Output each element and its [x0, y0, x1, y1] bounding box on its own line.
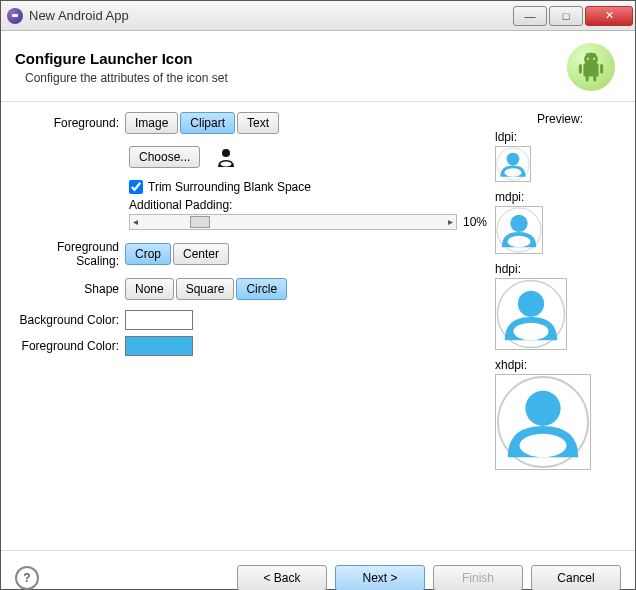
fgcolor-label: Foreground Color:: [11, 339, 125, 353]
slider-thumb[interactable]: [190, 216, 210, 228]
svg-point-17: [508, 236, 531, 248]
padding-label: Additional Padding:: [129, 198, 487, 212]
svg-point-19: [518, 291, 544, 317]
window-title: New Android App: [29, 8, 513, 23]
preview-title: Preview:: [495, 112, 625, 126]
bgcolor-well[interactable]: [125, 310, 193, 330]
svg-point-10: [222, 149, 230, 157]
titlebar[interactable]: New Android App — □ ✕: [1, 1, 635, 31]
close-button[interactable]: ✕: [585, 6, 633, 26]
page-subtitle: Configure the attributes of the icon set: [25, 71, 228, 85]
padding-slider[interactable]: ◂ ▸: [129, 214, 457, 230]
page-title: Configure Launcher Icon: [15, 50, 228, 67]
minimize-button[interactable]: —: [513, 6, 547, 26]
content-area: Foreground: Image Clipart Text Choose...…: [1, 102, 635, 550]
padding-slider-row: ◂ ▸ 10%: [129, 214, 487, 230]
svg-rect-2: [579, 64, 582, 74]
svg-point-11: [220, 162, 231, 167]
preview-column: Preview: ldpi: mdpi: hdpi: xhdpi: [495, 112, 625, 550]
fgcolor-well[interactable]: [125, 336, 193, 356]
hdpi-label: hdpi:: [495, 262, 625, 276]
choose-button[interactable]: Choose...: [129, 146, 200, 168]
slider-right-arrow[interactable]: ▸: [445, 216, 456, 227]
mdpi-preview: [495, 206, 543, 254]
dialog-header: Configure Launcher Icon Configure the at…: [1, 31, 635, 101]
foreground-clipart-button[interactable]: Clipart: [180, 112, 235, 134]
dialog-window: New Android App — □ ✕ Configure Launcher…: [0, 0, 636, 590]
svg-rect-5: [593, 75, 596, 81]
svg-point-16: [510, 215, 527, 232]
svg-point-14: [505, 168, 522, 177]
svg-point-23: [520, 434, 567, 458]
xhdpi-preview: [495, 374, 591, 470]
svg-point-1: [584, 53, 598, 67]
svg-point-20: [514, 323, 549, 341]
trim-checkbox[interactable]: [129, 180, 143, 194]
scaling-crop-button[interactable]: Crop: [125, 243, 171, 265]
ldpi-preview: [495, 146, 531, 182]
hdpi-preview: [495, 278, 567, 350]
svg-point-9: [593, 58, 595, 60]
svg-point-8: [587, 58, 589, 60]
scaling-label: Foreground Scaling:: [11, 240, 125, 268]
padding-value: 10%: [463, 215, 487, 229]
foreground-image-button[interactable]: Image: [125, 112, 178, 134]
clipart-preview-icon: [214, 146, 238, 170]
foreground-segment: Image Clipart Text: [125, 112, 281, 134]
mdpi-label: mdpi:: [495, 190, 625, 204]
shape-label: Shape: [11, 282, 125, 296]
dialog-footer: ? < Back Next > Finish Cancel: [1, 550, 635, 590]
shape-circle-button[interactable]: Circle: [236, 278, 287, 300]
scaling-center-button[interactable]: Center: [173, 243, 229, 265]
maximize-button[interactable]: □: [549, 6, 583, 26]
form-column: Foreground: Image Clipart Text Choose...…: [11, 112, 495, 550]
svg-rect-3: [600, 64, 603, 74]
ldpi-label: ldpi:: [495, 130, 625, 144]
svg-point-13: [507, 153, 520, 166]
window-controls: — □ ✕: [513, 6, 633, 26]
foreground-label: Foreground:: [11, 116, 125, 130]
xhdpi-label: xhdpi:: [495, 358, 625, 372]
trim-label: Trim Surrounding Blank Space: [148, 180, 311, 194]
svg-point-22: [525, 391, 560, 426]
android-icon: [567, 43, 615, 91]
shape-square-button[interactable]: Square: [176, 278, 235, 300]
next-button[interactable]: Next >: [335, 565, 425, 591]
help-button[interactable]: ?: [15, 566, 39, 590]
shape-none-button[interactable]: None: [125, 278, 174, 300]
foreground-text-button[interactable]: Text: [237, 112, 279, 134]
app-icon: [7, 8, 23, 24]
cancel-button[interactable]: Cancel: [531, 565, 621, 591]
svg-rect-4: [586, 75, 589, 81]
finish-button: Finish: [433, 565, 523, 591]
bgcolor-label: Background Color:: [11, 313, 125, 327]
trim-checkbox-row[interactable]: Trim Surrounding Blank Space: [129, 180, 487, 194]
back-button[interactable]: < Back: [237, 565, 327, 591]
slider-left-arrow[interactable]: ◂: [130, 216, 141, 227]
